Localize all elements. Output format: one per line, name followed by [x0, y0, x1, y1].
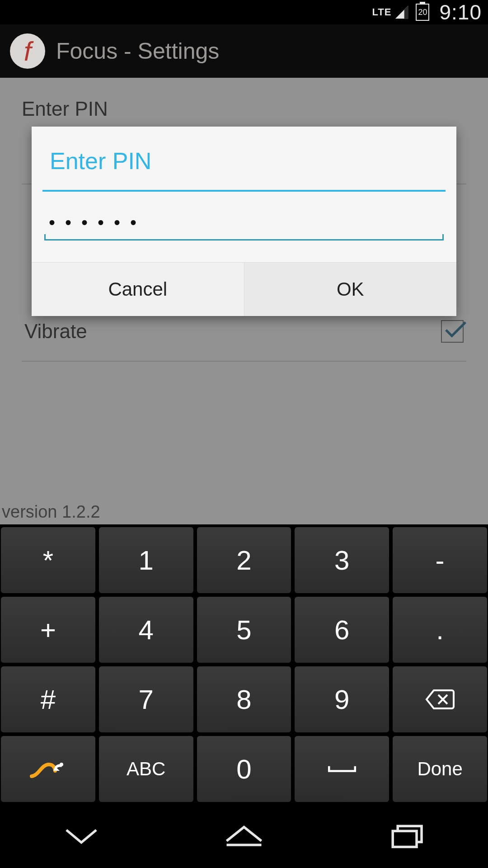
key-backspace[interactable] [393, 666, 487, 732]
key-8[interactable]: 8 [197, 666, 291, 732]
pin-input[interactable] [44, 208, 444, 241]
key-hash[interactable]: # [1, 666, 95, 732]
action-bar: f Focus - Settings [0, 24, 488, 78]
signal-icon [394, 5, 409, 20]
back-button[interactable] [56, 819, 106, 851]
app-icon: f [10, 33, 45, 69]
content-area: Enter PIN Vibrate version 1.2.2 Enter PI… [0, 78, 488, 524]
key-done[interactable]: Done [393, 736, 487, 802]
status-bar: LTE 20 9:10 [0, 0, 488, 24]
swype-icon [29, 756, 67, 782]
key-asterisk[interactable]: * [1, 527, 95, 593]
svg-point-0 [60, 763, 63, 766]
svg-rect-1 [393, 831, 417, 847]
space-icon [326, 757, 358, 781]
navigation-bar [0, 802, 488, 868]
battery-level-text: 20 [418, 8, 427, 17]
clock: 9:10 [439, 0, 482, 24]
key-abc[interactable]: ABC [99, 736, 193, 802]
key-9[interactable]: 9 [295, 666, 389, 732]
key-plus[interactable]: + [1, 597, 95, 663]
key-minus[interactable]: - [393, 527, 487, 593]
app-icon-letter: f [24, 36, 32, 67]
dialog-title: Enter PIN [32, 127, 456, 190]
home-button[interactable] [219, 819, 269, 851]
soft-keyboard: *123-+456.#789ABC0Done [0, 524, 488, 802]
enter-pin-dialog: Enter PIN Cancel OK [32, 127, 456, 316]
recent-apps-button[interactable] [382, 819, 432, 851]
network-type-label: LTE [372, 6, 392, 18]
key-space[interactable] [295, 736, 389, 802]
key-7[interactable]: 7 [99, 666, 193, 732]
battery-icon: 20 [416, 4, 429, 21]
key-0[interactable]: 0 [197, 736, 291, 802]
ok-button[interactable]: OK [244, 263, 457, 316]
key-2[interactable]: 2 [197, 527, 291, 593]
key-6[interactable]: 6 [295, 597, 389, 663]
page-title: Focus - Settings [56, 38, 219, 64]
key-3[interactable]: 3 [295, 527, 389, 593]
cancel-button[interactable]: Cancel [32, 263, 244, 316]
key-5[interactable]: 5 [197, 597, 291, 663]
dialog-button-bar: Cancel OK [32, 262, 456, 316]
key-1[interactable]: 1 [99, 527, 193, 593]
key-period[interactable]: . [393, 597, 487, 663]
key-input-method[interactable] [1, 736, 95, 802]
key-4[interactable]: 4 [99, 597, 193, 663]
backspace-icon [424, 688, 456, 711]
